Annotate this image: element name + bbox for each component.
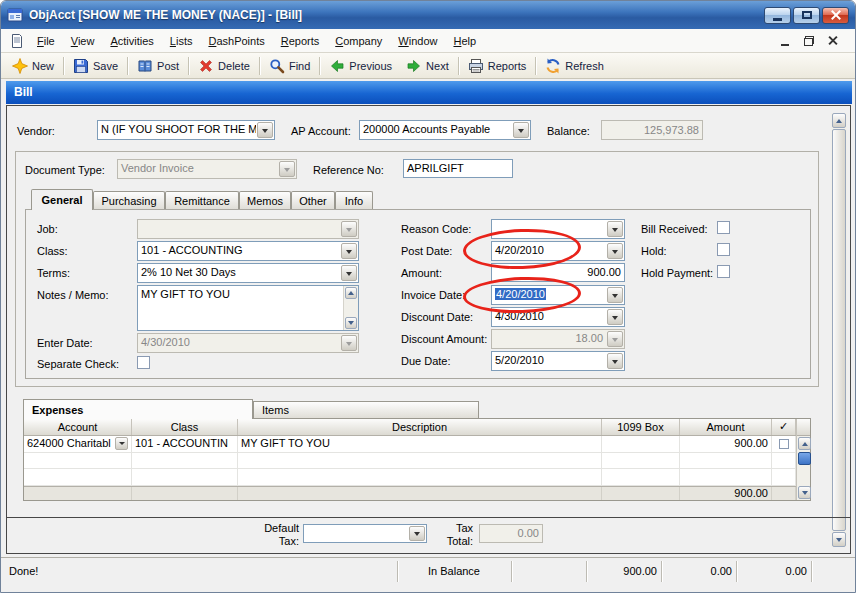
chevron-down-icon[interactable] bbox=[607, 221, 623, 237]
chevron-down-icon[interactable] bbox=[409, 526, 425, 541]
statusbar: Done! In Balance 900.00 0.00 0.00 bbox=[1, 557, 856, 585]
menu-view[interactable]: View bbox=[63, 31, 103, 51]
find-button[interactable]: Find bbox=[262, 56, 317, 76]
scrollbar-thumb[interactable] bbox=[832, 129, 846, 531]
notes-memo-label: Notes / Memo: bbox=[37, 289, 109, 302]
reference-no-label: Reference No: bbox=[313, 164, 384, 177]
chevron-down-icon[interactable] bbox=[607, 243, 623, 259]
menu-dashpoints[interactable]: DashPoints bbox=[200, 31, 272, 51]
column-header-check: ✓ bbox=[772, 419, 796, 435]
invoice-date-combobox[interactable]: 4/20/2010 bbox=[491, 285, 625, 305]
cell-check[interactable] bbox=[772, 436, 796, 452]
default-tax-combobox[interactable] bbox=[303, 524, 427, 543]
class-combobox[interactable]: 101 - ACCOUNTING bbox=[137, 241, 359, 261]
mdi-restore-icon bbox=[804, 36, 814, 46]
close-icon bbox=[831, 10, 841, 20]
tab-remittance[interactable]: Remittance bbox=[165, 191, 239, 210]
close-button[interactable] bbox=[822, 7, 849, 24]
hold-checkbox[interactable] bbox=[717, 243, 730, 256]
mdi-restore-button[interactable] bbox=[798, 32, 819, 49]
tab-other[interactable]: Other bbox=[291, 191, 335, 210]
cell-1099-box[interactable] bbox=[602, 436, 680, 452]
tax-total-label: Tax Total: bbox=[435, 522, 473, 548]
reason-code-combobox[interactable] bbox=[491, 219, 625, 239]
scroll-up-icon[interactable] bbox=[798, 437, 811, 450]
maximize-button[interactable] bbox=[793, 7, 820, 24]
grid-row-empty[interactable] bbox=[24, 469, 796, 486]
due-date-combobox[interactable]: 5/20/2010 bbox=[491, 351, 625, 371]
tab-info[interactable]: Info bbox=[335, 191, 373, 210]
due-date-value: 5/20/2010 bbox=[492, 352, 606, 370]
terms-combobox[interactable]: 2% 10 Net 30 Days bbox=[137, 263, 359, 283]
bill-received-checkbox[interactable] bbox=[717, 221, 730, 234]
amount-field[interactable]: 900.00 bbox=[491, 263, 625, 282]
chevron-down-icon[interactable] bbox=[257, 122, 273, 138]
row-checkbox[interactable] bbox=[779, 439, 789, 449]
discount-date-combobox[interactable]: 4/30/2010 bbox=[491, 307, 625, 327]
tab-expenses[interactable]: Expenses bbox=[23, 399, 253, 419]
minimize-button[interactable] bbox=[764, 7, 791, 24]
toolbar-separator bbox=[458, 57, 459, 75]
scroll-down-icon[interactable] bbox=[832, 532, 846, 547]
form-vertical-scrollbar[interactable] bbox=[831, 113, 847, 547]
tab-general[interactable]: General bbox=[31, 189, 93, 210]
cell-class[interactable]: 101 - ACCOUNTIN bbox=[132, 436, 238, 452]
grid-scrollbar[interactable] bbox=[796, 419, 810, 500]
menu-company[interactable]: Company bbox=[327, 31, 390, 51]
tab-memos[interactable]: Memos bbox=[239, 191, 291, 210]
mdi-close-button[interactable] bbox=[822, 32, 843, 49]
document-type-label: Document Type: bbox=[25, 164, 105, 177]
refresh-button[interactable]: Refresh bbox=[538, 56, 611, 76]
refresh-icon bbox=[545, 58, 561, 74]
scroll-up-icon[interactable] bbox=[832, 113, 846, 128]
cell-account[interactable]: 624000 Charitabl bbox=[24, 436, 132, 452]
reports-button[interactable]: Reports bbox=[461, 56, 534, 76]
chevron-down-icon[interactable] bbox=[607, 353, 623, 369]
post-button[interactable]: Post bbox=[130, 56, 186, 76]
cell-description[interactable]: MY GIFT TO YOU bbox=[238, 436, 602, 452]
tab-purchasing[interactable]: Purchasing bbox=[93, 191, 165, 210]
chevron-down-icon[interactable] bbox=[341, 265, 357, 281]
menu-window[interactable]: Window bbox=[390, 31, 445, 51]
next-button[interactable]: Next bbox=[399, 56, 456, 76]
document-icon[interactable] bbox=[9, 33, 25, 49]
mdi-minimize-button[interactable] bbox=[774, 32, 795, 49]
new-button[interactable]: New bbox=[5, 56, 61, 76]
menu-activities[interactable]: Activities bbox=[102, 31, 161, 51]
ap-account-label: AP Account: bbox=[291, 125, 351, 138]
scroll-down-icon[interactable] bbox=[345, 317, 357, 329]
save-icon bbox=[73, 58, 89, 74]
delete-icon bbox=[198, 58, 214, 74]
statusbar-separator bbox=[811, 561, 812, 582]
chevron-down-icon[interactable] bbox=[115, 437, 128, 450]
notes-scrollbar[interactable] bbox=[343, 286, 358, 330]
scroll-down-icon[interactable] bbox=[798, 486, 811, 499]
bill-received-label: Bill Received: bbox=[641, 223, 708, 236]
menu-file[interactable]: File bbox=[29, 31, 63, 51]
ap-account-combobox[interactable]: 200000 Accounts Payable bbox=[359, 120, 531, 140]
delete-button[interactable]: Delete bbox=[191, 56, 257, 76]
notes-memo-textarea[interactable]: MY GIFT TO YOU bbox=[137, 285, 359, 331]
reference-no-field[interactable]: APRILGIFT bbox=[403, 159, 513, 178]
chevron-down-icon[interactable] bbox=[513, 122, 529, 138]
chevron-down-icon[interactable] bbox=[607, 287, 623, 303]
grid-row-empty[interactable] bbox=[24, 453, 796, 470]
save-button[interactable]: Save bbox=[66, 56, 125, 76]
chevron-down-icon[interactable] bbox=[341, 243, 357, 259]
cell-amount[interactable]: 900.00 bbox=[680, 436, 772, 452]
post-date-combobox[interactable]: 4/20/2010 bbox=[491, 241, 625, 261]
scroll-up-icon[interactable] bbox=[345, 287, 357, 299]
chevron-down-icon[interactable] bbox=[607, 309, 623, 325]
separate-check-checkbox[interactable] bbox=[137, 356, 150, 369]
menu-lists[interactable]: Lists bbox=[162, 31, 201, 51]
form-title-bar: Bill bbox=[6, 81, 852, 104]
hold-payment-checkbox[interactable] bbox=[717, 265, 730, 278]
menu-help[interactable]: Help bbox=[445, 31, 484, 51]
tab-items[interactable]: Items bbox=[253, 401, 479, 419]
menu-reports[interactable]: Reports bbox=[273, 31, 328, 51]
column-header-amount: Amount bbox=[680, 419, 772, 435]
scrollbar-thumb[interactable] bbox=[798, 452, 811, 465]
previous-button[interactable]: Previous bbox=[322, 56, 399, 76]
vendor-combobox[interactable]: N (IF YOU SHOOT FOR THE MOON bbox=[97, 120, 275, 140]
column-header-description: Description bbox=[238, 419, 602, 435]
